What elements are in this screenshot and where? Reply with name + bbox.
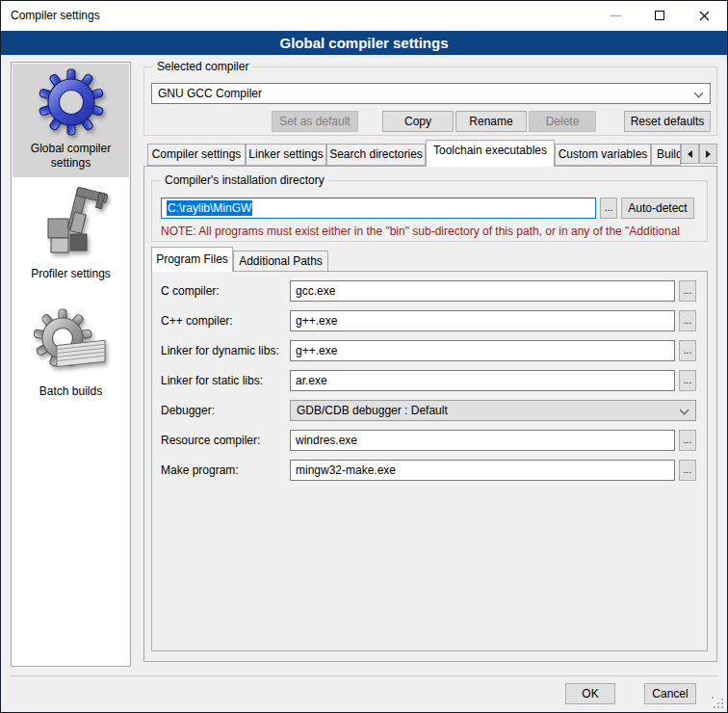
tab-toolchain-executables[interactable]: Toolchain executables: [426, 140, 555, 167]
group-label: Selected compiler: [153, 60, 252, 73]
c-compiler-browse-button[interactable]: ...: [679, 280, 696, 302]
delete-button[interactable]: Delete: [529, 111, 596, 132]
debugger-select[interactable]: GDB/CDB debugger : Default: [290, 400, 696, 421]
arrow-right-icon: [706, 150, 711, 158]
sidebar-item-profiler-settings[interactable]: Profiler settings: [13, 184, 129, 281]
field-value: gcc.exe: [296, 284, 335, 298]
selected-compiler-value: GNU GCC Compiler: [158, 87, 262, 100]
tab-custom-variables[interactable]: Custom variables: [555, 144, 651, 166]
chevron-down-icon: [694, 89, 704, 98]
caliper-tool-icon: [35, 184, 108, 261]
resource-compiler-browse-button[interactable]: ...: [679, 430, 696, 451]
c-compiler-input[interactable]: gcc.exe: [290, 280, 675, 302]
close-icon: [699, 11, 710, 21]
reset-defaults-button[interactable]: Reset defaults: [624, 111, 711, 132]
minimize-button[interactable]: [593, 1, 637, 30]
make-program-input[interactable]: mingw32-make.exe: [290, 460, 675, 481]
dynamic-linker-browse-button[interactable]: ...: [679, 340, 696, 361]
tab-linker-settings[interactable]: Linker settings: [246, 144, 326, 166]
rename-button[interactable]: Rename: [455, 111, 527, 132]
static-linker-label: Linker for static libs:: [161, 374, 263, 387]
settings-category-list: Global compiler settings Profiler settin…: [11, 62, 131, 667]
make-program-label: Make program:: [161, 463, 239, 477]
make-program-browse-button[interactable]: ...: [679, 460, 696, 481]
tab-scroll-right-button[interactable]: [699, 144, 717, 164]
sidebar-item-global-compiler-settings[interactable]: Global compiler settings: [13, 67, 129, 171]
resource-compiler-label: Resource compiler:: [161, 434, 260, 447]
subtab-additional-paths[interactable]: Additional Paths: [233, 251, 328, 272]
subtab-program-files[interactable]: Program Files: [151, 247, 233, 272]
titlebar[interactable]: Compiler settings: [1, 1, 727, 31]
sidebar-item-label: Batch builds: [21, 384, 121, 399]
cpp-compiler-input[interactable]: g++.exe: [290, 310, 675, 331]
blue-gear-icon: [39, 67, 104, 139]
debugger-label: Debugger:: [161, 404, 215, 417]
page-title: Global compiler settings: [1, 31, 727, 55]
resource-compiler-input[interactable]: windres.exe: [290, 430, 675, 451]
tab-scroll-left-button[interactable]: [681, 144, 699, 164]
static-linker-input[interactable]: ar.exe: [290, 370, 675, 391]
selected-compiler-select[interactable]: GNU GCC Compiler: [151, 83, 711, 104]
tab-search-directories[interactable]: Search directories: [326, 144, 426, 166]
field-value: ar.exe: [296, 374, 327, 387]
note-text: NOTE: All programs must exist either in …: [161, 224, 700, 238]
group-label: Compiler's installation directory: [161, 173, 328, 187]
compiler-settings-window: Compiler settings Global compiler settin…: [0, 0, 728, 713]
chevron-down-icon: [680, 406, 689, 415]
maximize-icon: [655, 11, 664, 20]
minimize-icon: [611, 15, 621, 16]
cancel-button[interactable]: Cancel: [644, 683, 696, 704]
field-value: windres.exe: [296, 434, 357, 447]
arrow-left-icon: [688, 150, 692, 158]
window-title: Compiler settings: [11, 9, 100, 22]
field-value: mingw32-make.exe: [296, 463, 396, 477]
grey-gear-stack-icon: [34, 307, 109, 379]
resize-grip[interactable]: [712, 697, 723, 708]
c-compiler-label: C compiler:: [161, 284, 220, 298]
dynamic-linker-input[interactable]: g++.exe: [290, 340, 675, 361]
selected-text: C:\raylib\MinGW: [167, 200, 252, 216]
close-button[interactable]: [682, 1, 726, 30]
sidebar-item-batch-builds[interactable]: Batch builds: [13, 307, 129, 399]
cpp-compiler-browse-button[interactable]: ...: [679, 310, 696, 331]
install-dir-browse-button[interactable]: ...: [600, 198, 617, 219]
cpp-compiler-label: C++ compiler:: [161, 314, 233, 328]
field-value: g++.exe: [296, 344, 337, 357]
maximize-button[interactable]: [637, 1, 682, 30]
ok-button[interactable]: OK: [565, 683, 615, 704]
set-as-default-button[interactable]: Set as default: [272, 111, 358, 132]
install-dir-input[interactable]: C:\raylib\MinGW: [161, 198, 596, 219]
tab-compiler-settings[interactable]: Compiler settings: [147, 144, 246, 166]
field-value: g++.exe: [296, 314, 337, 328]
field-value: GDB/CDB debugger : Default: [297, 404, 448, 417]
sidebar-item-label: Global compiler settings: [21, 142, 121, 171]
footer-divider: [11, 675, 717, 676]
copy-button[interactable]: Copy: [382, 111, 454, 132]
tab-build-options[interactable]: Build options: [651, 144, 681, 166]
sidebar-item-label: Profiler settings: [21, 267, 121, 281]
static-linker-browse-button[interactable]: ...: [679, 370, 696, 391]
dynamic-linker-label: Linker for dynamic libs:: [161, 344, 279, 357]
auto-detect-button[interactable]: Auto-detect: [621, 198, 694, 219]
